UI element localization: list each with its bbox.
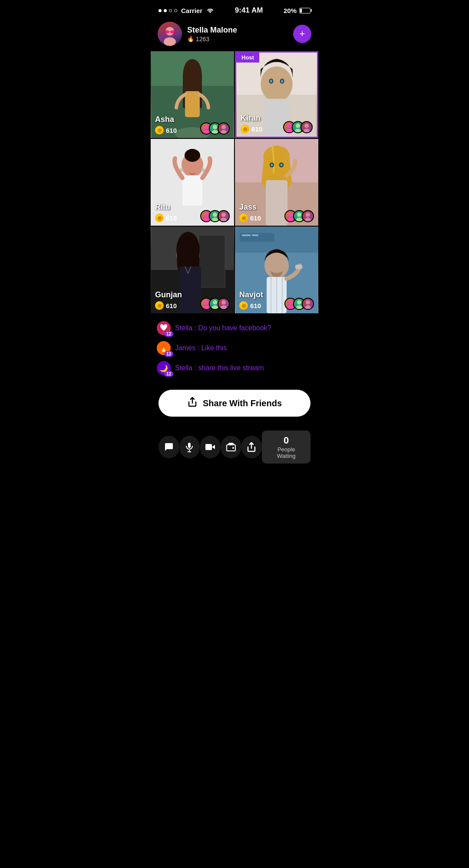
wallet-button[interactable] bbox=[221, 436, 241, 458]
cell-info-asha: Asha 610 bbox=[155, 115, 230, 135]
cell-info-navjot: Navjot 610 bbox=[239, 290, 314, 310]
video-cell-jass[interactable]: Jass 610 bbox=[235, 139, 318, 226]
score-value: 1263 bbox=[196, 36, 209, 43]
svg-point-40 bbox=[221, 212, 226, 217]
cell-name-gunjan: Gunjan bbox=[155, 290, 182, 299]
profile-score: 🔥 1263 bbox=[187, 36, 237, 43]
status-left: Carrier bbox=[159, 7, 214, 14]
svg-rect-2 bbox=[165, 30, 169, 33]
svg-point-29 bbox=[304, 128, 310, 133]
svg-point-14 bbox=[221, 125, 226, 129]
svg-point-64 bbox=[212, 305, 218, 309]
svg-point-28 bbox=[304, 123, 309, 128]
svg-point-12 bbox=[213, 125, 217, 129]
add-button[interactable]: + bbox=[293, 25, 311, 43]
video-cell-gunjan[interactable]: Gunjan 610 bbox=[151, 227, 234, 313]
viewer-avatars-jass bbox=[284, 210, 314, 222]
video-cell-asha[interactable]: Asha 610 bbox=[151, 51, 234, 138]
svg-point-37 bbox=[203, 217, 209, 222]
svg-point-13 bbox=[212, 130, 218, 134]
cell-coins-navjot: 610 bbox=[239, 301, 263, 310]
svg-rect-58 bbox=[199, 235, 225, 287]
svg-rect-71 bbox=[242, 234, 251, 236]
cell-info-ritu: Ritu 610 bbox=[155, 203, 230, 222]
svg-marker-94 bbox=[212, 445, 215, 449]
svg-point-24 bbox=[287, 123, 291, 128]
chat-username-1: Stella : bbox=[175, 324, 198, 332]
avatar[interactable] bbox=[158, 22, 182, 46]
flame-icon: 🔥 bbox=[187, 36, 194, 42]
svg-point-50 bbox=[288, 212, 293, 217]
svg-point-53 bbox=[296, 217, 302, 222]
profile-row: Stella Malone 🔥 1263 + bbox=[150, 18, 319, 51]
chat-badge: 12 bbox=[164, 351, 173, 357]
svg-point-80 bbox=[287, 305, 294, 309]
svg-point-41 bbox=[221, 217, 227, 222]
mic-button[interactable] bbox=[179, 436, 200, 458]
video-cell-navjot[interactable]: Navjot 610 bbox=[235, 227, 318, 313]
viewer-avatars-gunjan bbox=[200, 298, 230, 310]
svg-rect-78 bbox=[295, 265, 302, 269]
chat-badge: 12 bbox=[164, 371, 173, 377]
svg-point-81 bbox=[297, 300, 301, 304]
chat-text-2: James : Like this bbox=[175, 344, 227, 352]
video-cell-kiran[interactable]: Host Kiran 610 bbox=[235, 51, 318, 138]
svg-point-36 bbox=[204, 212, 208, 217]
chat-msg-1: Do you have facebook? bbox=[198, 324, 271, 332]
cell-coins-kiran: 610 bbox=[241, 125, 262, 133]
svg-point-47 bbox=[271, 164, 273, 167]
video-grid: Asha 610 bbox=[150, 51, 319, 313]
svg-point-48 bbox=[280, 164, 283, 167]
share-button-bottom[interactable] bbox=[241, 436, 262, 458]
svg-point-38 bbox=[213, 212, 217, 217]
battery-icon bbox=[299, 8, 310, 13]
viewer-avatar bbox=[302, 210, 314, 222]
coin-icon bbox=[241, 125, 249, 133]
svg-rect-9 bbox=[185, 91, 200, 117]
svg-point-65 bbox=[221, 300, 226, 304]
video-cell-ritu[interactable]: Ritu 610 bbox=[151, 139, 234, 226]
viewer-avatar bbox=[302, 298, 314, 310]
signal-dot-1 bbox=[159, 9, 162, 12]
svg-point-27 bbox=[295, 128, 301, 133]
svg-rect-3 bbox=[171, 30, 175, 33]
svg-point-21 bbox=[270, 79, 272, 83]
coins-value-kiran: 610 bbox=[251, 125, 262, 133]
coins-value-ritu: 610 bbox=[166, 214, 177, 222]
profile-text: Stella Malone 🔥 1263 bbox=[187, 26, 237, 43]
video-button[interactable] bbox=[200, 436, 221, 458]
coins-value-gunjan: 610 bbox=[166, 302, 177, 309]
cell-coins-asha: 610 bbox=[155, 126, 177, 135]
svg-point-52 bbox=[297, 212, 301, 217]
chat-button[interactable] bbox=[159, 436, 179, 458]
chat-avatar-stella-1: 12 bbox=[157, 321, 171, 335]
svg-point-54 bbox=[306, 212, 310, 217]
svg-point-22 bbox=[281, 79, 284, 83]
bottom-bar: 0 People Waiting bbox=[150, 425, 319, 472]
people-waiting: 0 People Waiting bbox=[262, 431, 310, 464]
cell-name-jass: Jass bbox=[239, 203, 261, 212]
svg-point-62 bbox=[203, 305, 209, 309]
profile-info: Stella Malone 🔥 1263 bbox=[158, 22, 237, 46]
svg-point-18 bbox=[261, 66, 293, 102]
cell-name-asha: Asha bbox=[155, 115, 177, 124]
viewer-avatars-asha bbox=[200, 122, 230, 135]
chat-section: 12 Stella : Do you have facebook? 🔥 12 J… bbox=[150, 313, 319, 385]
wifi-icon bbox=[206, 7, 214, 14]
status-bar: Carrier 9:41 AM 20% bbox=[150, 0, 319, 18]
svg-point-26 bbox=[296, 123, 300, 128]
svg-rect-95 bbox=[205, 444, 212, 450]
svg-point-79 bbox=[288, 300, 293, 304]
share-btn-container: Share With Friends bbox=[150, 385, 319, 425]
share-icon bbox=[187, 397, 198, 410]
share-with-friends-button[interactable]: Share With Friends bbox=[159, 390, 310, 417]
svg-rect-35 bbox=[182, 175, 202, 206]
signal-dot-4 bbox=[174, 9, 177, 12]
svg-point-55 bbox=[305, 217, 311, 222]
cell-info-kiran: Kiran 610 bbox=[241, 114, 313, 133]
coins-value-asha: 610 bbox=[166, 127, 177, 134]
svg-rect-91 bbox=[188, 443, 191, 448]
cell-coins-gunjan: 610 bbox=[155, 301, 182, 310]
svg-rect-72 bbox=[252, 234, 258, 236]
viewer-avatars-navjot bbox=[284, 298, 314, 310]
